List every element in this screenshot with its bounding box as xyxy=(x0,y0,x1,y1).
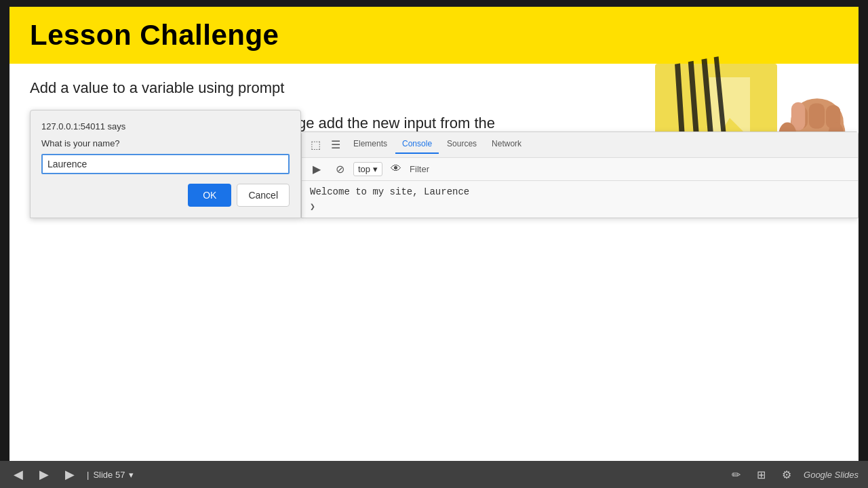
pointer-tool-icon[interactable]: ✏ xyxy=(728,466,745,484)
dialog-input[interactable] xyxy=(41,154,290,174)
bottom-toolbar: ◀ ▶ ▶ | Slide 57 ▾ ✏ ⊞ ⚙ Google Slides xyxy=(0,461,868,488)
devtools-tabs: ⬚ ☰ Elements Console Sources Network xyxy=(302,132,858,158)
console-arrow-icon[interactable]: ❯ xyxy=(310,201,315,212)
ok-button[interactable]: OK xyxy=(188,184,231,207)
dialog-buttons: OK Cancel xyxy=(41,184,290,207)
clear-console-icon[interactable]: ⊘ xyxy=(330,159,349,178)
slide-label: Slide 57 xyxy=(93,470,125,480)
tab-elements[interactable]: Elements xyxy=(347,135,394,154)
dialog-question: What is your name? xyxy=(41,138,290,148)
google-slides-logo: Google Slides xyxy=(804,470,859,480)
eye-icon[interactable]: 👁 xyxy=(387,159,406,178)
slide-dropdown[interactable]: ▾ xyxy=(129,470,134,480)
filter-area: Filter xyxy=(410,164,429,174)
tab-sources[interactable]: Sources xyxy=(440,135,484,154)
console-output-text: Welcome to my site, Laurence xyxy=(310,186,469,197)
filter-label: Filter xyxy=(410,164,429,174)
chevron-down-icon: ▾ xyxy=(373,164,378,174)
overlay-area: 127.0.0.1:54011 says What is your name? … xyxy=(30,110,859,218)
slide-number-label: | xyxy=(87,470,89,480)
slide-container: Lesson Challenge Add a value to a variab… xyxy=(9,7,859,461)
prompt-dialog: 127.0.0.1:54011 says What is your name? … xyxy=(30,110,301,218)
prev-button[interactable]: ◀ xyxy=(9,464,27,485)
settings-icon[interactable]: ⚙ xyxy=(778,466,795,484)
next-button[interactable]: ▶ xyxy=(61,464,79,485)
devtools-console: Welcome to my site, Laurence ❯ xyxy=(302,181,858,218)
fit-screen-icon[interactable]: ⊞ xyxy=(753,466,770,484)
console-drawer-icon[interactable]: ▶ xyxy=(307,159,326,178)
slide-body: Add a value to a variable using prompt C… xyxy=(9,64,859,218)
device-toolbar-icon[interactable]: ☰ xyxy=(326,135,345,154)
tab-console[interactable]: Console xyxy=(395,135,439,154)
console-output-row: Welcome to my site, Laurence xyxy=(310,186,850,197)
devtools-panel: ⬚ ☰ Elements Console Sources Network ▶ ⊘… xyxy=(301,131,859,218)
slide-indicator: | Slide 57 ▾ xyxy=(87,470,134,480)
dialog-title: 127.0.0.1:54011 says xyxy=(41,121,290,131)
slide-header: Lesson Challenge xyxy=(9,7,859,64)
context-dropdown-value: top xyxy=(358,164,370,174)
play-button[interactable]: ▶ xyxy=(35,464,53,485)
cancel-button[interactable]: Cancel xyxy=(237,184,290,207)
devtools-toolbar: ▶ ⊘ top ▾ 👁 Filter xyxy=(302,158,858,181)
paragraph-1: Add a value to a variable using prompt xyxy=(30,77,518,99)
tab-network[interactable]: Network xyxy=(485,135,528,154)
context-dropdown[interactable]: top ▾ xyxy=(353,162,382,176)
slide-title: Lesson Challenge xyxy=(30,19,838,52)
inspect-element-icon[interactable]: ⬚ xyxy=(306,135,325,154)
